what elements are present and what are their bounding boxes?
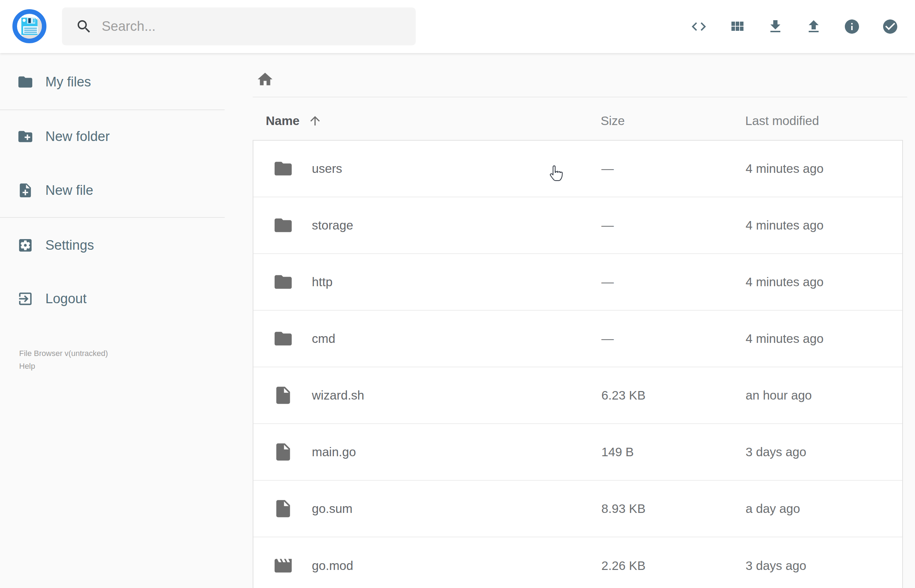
- grid-view-icon: [729, 18, 745, 35]
- file-size: —: [601, 254, 614, 310]
- home-icon: [256, 71, 274, 88]
- file-type-icon: [273, 385, 293, 405]
- sidebar-item-new-folder[interactable]: New folder: [0, 123, 225, 150]
- upload-button[interactable]: [805, 18, 822, 35]
- file-name: cmd: [312, 331, 335, 346]
- file-type-icon: [273, 215, 293, 236]
- listing-column-headers: Name Size Last modified: [225, 111, 915, 131]
- file-modified: 4 minutes ago: [745, 141, 824, 197]
- file-type-icon: [273, 328, 293, 349]
- file-size: 8.93 KB: [601, 481, 646, 536]
- table-row[interactable]: storage — 4 minutes ago: [253, 197, 902, 254]
- file-size: —: [601, 311, 614, 367]
- movie-icon: [273, 556, 293, 576]
- file-name: wizard.sh: [312, 388, 364, 402]
- folder-icon: [17, 74, 34, 90]
- upload-icon: [805, 18, 822, 35]
- folder-icon: [273, 272, 293, 292]
- header-actions: [680, 0, 909, 53]
- table-row[interactable]: wizard.sh 6.23 KB an hour ago: [253, 367, 902, 424]
- sort-ascending-arrow-icon: [308, 114, 322, 128]
- file-type-icon: [273, 442, 293, 462]
- note-add-icon: [17, 182, 34, 199]
- file-name: go.sum: [312, 502, 352, 516]
- file-name: main.go: [312, 445, 356, 459]
- search-bar: [62, 7, 416, 45]
- folder-icon: [273, 328, 293, 349]
- info-button[interactable]: [844, 18, 860, 35]
- sidebar: My files New folder New file Settings Lo…: [0, 53, 225, 588]
- folder-icon: [273, 215, 293, 236]
- sidebar-footer: File Browser v(untracked) Help: [19, 347, 108, 373]
- file-name: users: [312, 162, 342, 176]
- sort-by-size-header[interactable]: Size: [601, 111, 625, 131]
- check-circle-icon: [882, 18, 899, 35]
- sidebar-item-label: New file: [45, 183, 93, 198]
- floppy-disk-icon: [16, 12, 43, 40]
- download-button[interactable]: [767, 18, 784, 35]
- breadcrumb-divider: [253, 97, 907, 97]
- version-text: File Browser v(untracked): [19, 347, 108, 360]
- file-type-icon: [273, 272, 293, 292]
- sidebar-item-new-file[interactable]: New file: [0, 177, 225, 204]
- sort-by-name-header[interactable]: Name: [266, 111, 322, 131]
- sidebar-item-settings[interactable]: Settings: [0, 232, 225, 258]
- sidebar-item-label: My files: [45, 74, 91, 90]
- file-modified: a day ago: [745, 481, 800, 536]
- file-size: 2.26 KB: [601, 537, 646, 588]
- file-type-icon: [273, 498, 293, 519]
- file-modified: 4 minutes ago: [745, 311, 824, 367]
- settings-icon: [17, 237, 34, 254]
- file-list: users — 4 minutes ago storage — 4 minute…: [253, 140, 903, 588]
- help-link[interactable]: Help: [19, 360, 35, 373]
- file-type-icon: [273, 556, 293, 576]
- file-size: —: [601, 141, 614, 197]
- file-listing-area: Name Size Last modified users — 4 minute…: [225, 53, 915, 588]
- sidebar-divider: [0, 110, 225, 110]
- file-icon: [273, 442, 293, 462]
- app-logo[interactable]: [12, 9, 47, 43]
- file-type-icon: [273, 158, 293, 179]
- sidebar-item-my-files[interactable]: My files: [0, 68, 225, 95]
- table-row[interactable]: users — 4 minutes ago: [253, 141, 902, 197]
- sort-by-modified-header[interactable]: Last modified: [745, 111, 819, 131]
- sidebar-item-label: Logout: [45, 291, 86, 306]
- sidebar-divider: [0, 217, 225, 218]
- search-icon: [76, 18, 92, 35]
- table-row[interactable]: go.sum 8.93 KB a day ago: [253, 481, 902, 537]
- sidebar-item-logout[interactable]: Logout: [0, 285, 225, 312]
- file-name: storage: [312, 218, 353, 233]
- file-size: 6.23 KB: [601, 367, 646, 423]
- logout-icon: [17, 291, 34, 307]
- folder-icon: [273, 158, 293, 179]
- file-modified: an hour ago: [745, 367, 812, 423]
- breadcrumb: [253, 64, 278, 95]
- select-multiple-button[interactable]: [882, 18, 899, 35]
- search-input[interactable]: [102, 19, 405, 34]
- table-row[interactable]: go.mod 2.26 KB 3 days ago: [253, 537, 902, 588]
- create-new-folder-icon: [17, 128, 34, 145]
- top-bar: [0, 0, 915, 53]
- shell-toggle-button[interactable]: [690, 18, 707, 35]
- info-icon: [844, 18, 860, 35]
- file-modified: 4 minutes ago: [745, 197, 824, 253]
- table-row[interactable]: http — 4 minutes ago: [253, 254, 902, 311]
- file-size: 149 B: [601, 424, 634, 480]
- sidebar-item-label: New folder: [45, 129, 110, 144]
- table-row[interactable]: cmd — 4 minutes ago: [253, 311, 902, 367]
- download-icon: [767, 18, 784, 35]
- code-icon: [690, 18, 707, 35]
- breadcrumb-home-button[interactable]: [253, 71, 278, 89]
- file-modified: 4 minutes ago: [745, 254, 824, 310]
- file-icon: [273, 498, 293, 519]
- sidebar-item-label: Settings: [45, 237, 94, 253]
- file-modified: 3 days ago: [745, 424, 806, 480]
- file-size: —: [601, 197, 614, 253]
- table-row[interactable]: main.go 149 B 3 days ago: [253, 424, 902, 481]
- file-icon: [273, 385, 293, 405]
- switch-view-button[interactable]: [729, 18, 745, 35]
- file-name: http: [312, 275, 332, 289]
- file-name: go.mod: [312, 559, 353, 573]
- file-modified: 3 days ago: [745, 537, 806, 588]
